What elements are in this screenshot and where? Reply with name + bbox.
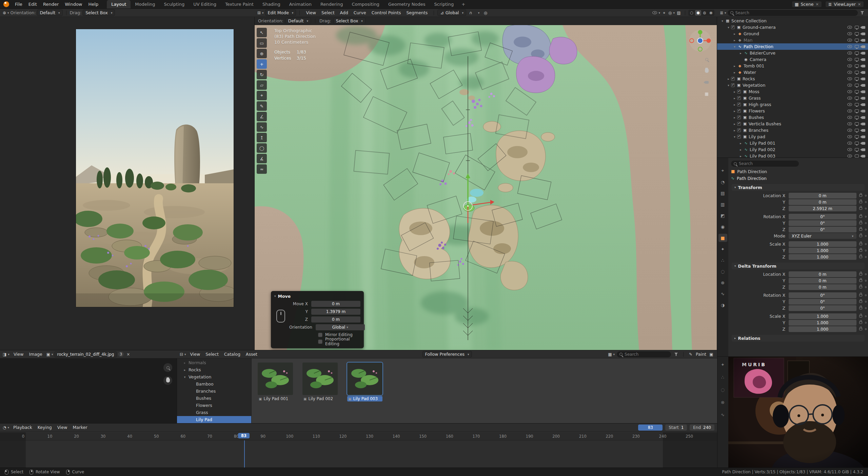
scene-unlink-icon[interactable]: ×	[816, 2, 819, 6]
disable-in-renders-icon[interactable]	[862, 26, 865, 29]
hide-in-viewport-icon[interactable]	[847, 45, 852, 48]
properties-tab-icon[interactable]: ∴	[721, 375, 724, 380]
disable-in-renders-icon[interactable]	[862, 155, 865, 158]
animate-dot-icon[interactable]	[865, 294, 867, 296]
animate-dot-icon[interactable]	[865, 250, 867, 251]
image-editor-body[interactable]	[0, 358, 177, 423]
outliner-row[interactable]: ▸ ▣ Rocks	[717, 76, 868, 82]
property-value[interactable]: XYZ Euler	[789, 233, 856, 239]
disclosure-icon[interactable]: ▸	[732, 71, 737, 74]
lock-icon[interactable]	[859, 235, 862, 237]
animate-dot-icon[interactable]	[865, 229, 867, 230]
workspace-tab[interactable]: Sculpting	[159, 0, 189, 8]
image-editor-menu-item[interactable]: View	[11, 352, 26, 357]
tool-randomize[interactable]: ≈	[257, 164, 267, 174]
perspective-toggle-icon[interactable]: ▦	[704, 91, 710, 97]
tool-tilt[interactable]: ∡	[257, 154, 267, 163]
property-value[interactable]: 0 m	[789, 193, 856, 199]
outliner-row[interactable]: ▾ ∿ Path Direction	[717, 43, 868, 50]
property-value[interactable]: 1.000	[789, 320, 856, 326]
disclosure-icon[interactable]: ▸	[182, 361, 187, 365]
disable-in-viewports-icon[interactable]	[855, 154, 859, 158]
hide-in-viewport-icon[interactable]	[847, 64, 852, 67]
search-input[interactable]	[735, 11, 855, 15]
collection-checkbox[interactable]	[737, 103, 741, 106]
outliner-search[interactable]	[728, 10, 858, 16]
viewport-canvas[interactable]: Top Orthographic (83) Path Direction 10 …	[255, 25, 717, 350]
property-value[interactable]: 0°	[789, 299, 856, 305]
disable-in-viewports-icon[interactable]	[855, 84, 859, 87]
lock-icon[interactable]	[859, 201, 862, 203]
zoom-icon[interactable]	[704, 56, 710, 62]
lock-icon[interactable]	[859, 249, 862, 252]
disclosure-icon[interactable]: ▾	[720, 19, 725, 23]
workspace-tab[interactable]: Compositing	[347, 0, 384, 8]
shading-mode-button[interactable]: ○	[689, 10, 695, 16]
topbar-menu-item[interactable]: Edit	[25, 2, 40, 7]
unlink-image-icon[interactable]: ×	[125, 351, 131, 357]
world[interactable]: ◉	[718, 223, 727, 231]
catalog-row[interactable]: ▾ Vegetation	[177, 373, 251, 380]
hide-in-viewport-icon[interactable]	[847, 109, 852, 112]
hide-in-viewport-icon[interactable]	[847, 142, 852, 145]
orientation-dropdown[interactable]: Default	[37, 9, 62, 16]
pan-icon[interactable]	[704, 68, 710, 74]
hide-in-viewport-icon[interactable]	[847, 39, 852, 42]
proportional-editing-icon[interactable]: ◎	[482, 10, 489, 16]
move-field-value[interactable]: 0 m	[311, 301, 360, 307]
properties-tab-icon[interactable]: ◌	[721, 387, 725, 392]
mode-dropdown[interactable]: Edit Mode	[265, 9, 296, 16]
transform-orientation-dropdown[interactable]: ⊿ Global	[437, 9, 466, 16]
animate-dot-icon[interactable]	[865, 195, 867, 196]
viewport-menu-item[interactable]: Select	[319, 10, 337, 15]
property-value[interactable]: 0 m	[789, 199, 856, 205]
disable-in-viewports-icon[interactable]	[855, 58, 859, 61]
shading-mode-button[interactable]: ◉	[708, 10, 714, 16]
object-data[interactable]: ∿	[718, 290, 727, 298]
tool-draw[interactable]: ∿	[257, 122, 267, 132]
collection-checkbox[interactable]	[731, 77, 735, 81]
animate-dot-icon[interactable]	[865, 222, 867, 224]
lock-icon[interactable]	[859, 222, 862, 224]
animate-dot-icon[interactable]	[865, 301, 867, 303]
asset-browser-menu-item[interactable]: Select	[203, 352, 221, 357]
disable-in-viewports-icon[interactable]	[855, 39, 859, 42]
disclosure-icon[interactable]: ▸	[732, 32, 737, 36]
topbar-menu-item[interactable]: Window	[62, 2, 85, 7]
browse-image-icon[interactable]: ▣	[46, 351, 53, 357]
lock-icon[interactable]	[859, 328, 862, 330]
disable-in-viewports-icon[interactable]	[855, 135, 859, 138]
disable-in-renders-icon[interactable]	[862, 97, 865, 100]
outliner-row[interactable]: ▸ ◆ Tomb 001	[717, 63, 868, 69]
checkbox-unchecked[interactable]	[318, 339, 322, 344]
disable-in-renders-icon[interactable]	[862, 58, 865, 61]
asset-browser-menu-item[interactable]: View	[188, 352, 203, 357]
hide-in-viewport-icon[interactable]	[847, 135, 852, 138]
delta-transform-section-header[interactable]: Delta Transform	[732, 263, 865, 269]
disable-in-renders-icon[interactable]	[862, 123, 865, 125]
disclosure-icon[interactable]: ▾	[726, 84, 731, 87]
viewport-menu-item[interactable]: Add	[337, 10, 351, 15]
workspace-tab[interactable]: Geometry Nodes	[384, 0, 430, 8]
current-frame-field[interactable]: 83	[638, 425, 663, 431]
hide-in-viewport-icon[interactable]	[847, 103, 852, 106]
viewport-menu-item[interactable]: Segments	[403, 10, 430, 15]
catalog-row[interactable]: Lily Pad	[177, 416, 251, 423]
hide-in-viewport-icon[interactable]	[847, 58, 852, 61]
tool-rotate[interactable]: ↻	[257, 70, 267, 79]
playhead-frame-badge[interactable]: 83	[238, 433, 250, 438]
disable-in-renders-icon[interactable]	[862, 52, 865, 55]
disable-in-renders-icon[interactable]	[862, 39, 865, 42]
tool-radius[interactable]: ◯	[257, 143, 267, 153]
disable-in-viewports-icon[interactable]	[855, 26, 859, 29]
timeline-menu-item[interactable]: Marker	[70, 425, 90, 430]
editor-type-icon[interactable]: ⊞	[257, 10, 264, 16]
animate-dot-icon[interactable]	[865, 315, 867, 317]
outliner-row[interactable]: ▾ ▣ Lily pad	[717, 133, 868, 140]
disclosure-icon[interactable]: ▸	[738, 142, 743, 145]
image-editor-menu-item[interactable]: Image	[26, 352, 45, 357]
asset-thumbnail[interactable]	[347, 363, 382, 395]
editor-type-icon[interactable]: ⊟	[180, 351, 186, 357]
view-layer-unlink-icon[interactable]: ×	[858, 2, 861, 6]
outliner-row[interactable]: ▸ ▣ High grass	[717, 101, 868, 108]
